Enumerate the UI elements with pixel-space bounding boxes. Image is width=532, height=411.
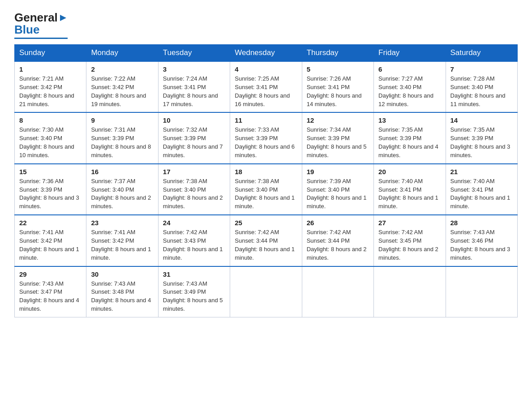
weekday-header-wednesday: Wednesday — [230, 45, 302, 62]
day-number: 8 — [19, 116, 82, 124]
day-info: Sunrise: 7:42 AMSunset: 3:44 PMDaylight:… — [307, 229, 367, 261]
day-cell: 18 Sunrise: 7:38 AMSunset: 3:40 PMDaylig… — [230, 164, 302, 215]
day-number: 29 — [19, 270, 82, 278]
day-info: Sunrise: 7:33 AMSunset: 3:39 PMDaylight:… — [235, 126, 295, 158]
week-row-5: 29 Sunrise: 7:43 AMSunset: 3:47 PMDaylig… — [15, 266, 518, 317]
weekday-header-tuesday: Tuesday — [158, 45, 230, 62]
day-info: Sunrise: 7:22 AMSunset: 3:42 PMDaylight:… — [91, 75, 146, 107]
day-info: Sunrise: 7:31 AMSunset: 3:39 PMDaylight:… — [91, 126, 151, 158]
day-number: 26 — [307, 219, 369, 227]
day-cell: 5 Sunrise: 7:26 AMSunset: 3:41 PMDayligh… — [302, 61, 373, 112]
day-cell: 7 Sunrise: 7:28 AMSunset: 3:40 PMDayligh… — [446, 61, 517, 112]
logo-underline — [14, 38, 68, 39]
weekday-header-friday: Friday — [374, 45, 446, 62]
day-cell: 8 Sunrise: 7:30 AMSunset: 3:40 PMDayligh… — [15, 112, 86, 163]
day-info: Sunrise: 7:32 AMSunset: 3:39 PMDaylight:… — [163, 126, 223, 158]
day-number: 11 — [235, 116, 297, 124]
day-info: Sunrise: 7:26 AMSunset: 3:41 PMDaylight:… — [307, 75, 362, 107]
logo: General Blue — [14, 11, 68, 39]
day-number: 17 — [163, 168, 225, 176]
day-info: Sunrise: 7:41 AMSunset: 3:42 PMDaylight:… — [91, 229, 151, 261]
day-cell: 27 Sunrise: 7:42 AMSunset: 3:45 PMDaylig… — [374, 215, 446, 266]
day-number: 6 — [378, 65, 441, 73]
day-cell: 12 Sunrise: 7:34 AMSunset: 3:39 PMDaylig… — [302, 112, 373, 163]
day-cell — [302, 266, 373, 317]
day-cell: 20 Sunrise: 7:40 AMSunset: 3:41 PMDaylig… — [374, 164, 446, 215]
day-cell: 21 Sunrise: 7:40 AMSunset: 3:41 PMDaylig… — [446, 164, 517, 215]
day-info: Sunrise: 7:43 AMSunset: 3:46 PMDaylight:… — [450, 229, 511, 261]
weekday-header-saturday: Saturday — [446, 45, 517, 62]
day-info: Sunrise: 7:40 AMSunset: 3:41 PMDaylight:… — [450, 178, 511, 210]
day-info: Sunrise: 7:30 AMSunset: 3:40 PMDaylight:… — [19, 126, 74, 158]
day-number: 1 — [19, 65, 82, 73]
day-number: 9 — [91, 116, 153, 124]
day-number: 18 — [235, 168, 297, 176]
day-info: Sunrise: 7:36 AMSunset: 3:39 PMDaylight:… — [19, 178, 79, 210]
day-info: Sunrise: 7:42 AMSunset: 3:44 PMDaylight:… — [235, 229, 295, 261]
day-cell: 10 Sunrise: 7:32 AMSunset: 3:39 PMDaylig… — [158, 112, 230, 163]
day-number: 4 — [235, 65, 297, 73]
day-info: Sunrise: 7:41 AMSunset: 3:42 PMDaylight:… — [19, 229, 79, 261]
day-cell: 31 Sunrise: 7:43 AMSunset: 3:49 PMDaylig… — [158, 266, 230, 317]
day-number: 30 — [91, 270, 153, 278]
day-number: 24 — [163, 219, 225, 227]
page-header: General Blue — [14, 11, 518, 39]
day-info: Sunrise: 7:21 AMSunset: 3:42 PMDaylight:… — [19, 75, 74, 107]
day-cell — [446, 266, 517, 317]
day-info: Sunrise: 7:43 AMSunset: 3:47 PMDaylight:… — [19, 280, 79, 313]
day-number: 28 — [450, 219, 513, 227]
day-cell: 23 Sunrise: 7:41 AMSunset: 3:42 PMDaylig… — [86, 215, 158, 266]
weekday-header-monday: Monday — [86, 45, 158, 62]
day-info: Sunrise: 7:38 AMSunset: 3:40 PMDaylight:… — [235, 178, 295, 210]
day-number: 20 — [378, 168, 441, 176]
day-cell: 24 Sunrise: 7:42 AMSunset: 3:43 PMDaylig… — [158, 215, 230, 266]
day-number: 14 — [450, 116, 513, 124]
day-cell — [374, 266, 446, 317]
svg-marker-0 — [60, 15, 66, 21]
day-info: Sunrise: 7:35 AMSunset: 3:39 PMDaylight:… — [378, 126, 438, 158]
day-cell: 4 Sunrise: 7:25 AMSunset: 3:41 PMDayligh… — [230, 61, 302, 112]
day-cell: 28 Sunrise: 7:43 AMSunset: 3:46 PMDaylig… — [446, 215, 517, 266]
day-cell: 22 Sunrise: 7:41 AMSunset: 3:42 PMDaylig… — [15, 215, 86, 266]
day-info: Sunrise: 7:37 AMSunset: 3:40 PMDaylight:… — [91, 178, 151, 210]
logo-arrow-icon — [59, 13, 68, 22]
day-number: 7 — [450, 65, 513, 73]
day-cell: 29 Sunrise: 7:43 AMSunset: 3:47 PMDaylig… — [15, 266, 86, 317]
day-cell: 2 Sunrise: 7:22 AMSunset: 3:42 PMDayligh… — [86, 61, 158, 112]
weekday-header-row: SundayMondayTuesdayWednesdayThursdayFrid… — [15, 45, 518, 62]
day-cell: 26 Sunrise: 7:42 AMSunset: 3:44 PMDaylig… — [302, 215, 373, 266]
day-cell: 25 Sunrise: 7:42 AMSunset: 3:44 PMDaylig… — [230, 215, 302, 266]
week-row-4: 22 Sunrise: 7:41 AMSunset: 3:42 PMDaylig… — [15, 215, 518, 266]
day-info: Sunrise: 7:43 AMSunset: 3:48 PMDaylight:… — [91, 280, 151, 313]
day-cell: 11 Sunrise: 7:33 AMSunset: 3:39 PMDaylig… — [230, 112, 302, 163]
day-cell: 13 Sunrise: 7:35 AMSunset: 3:39 PMDaylig… — [374, 112, 446, 163]
weekday-header-thursday: Thursday — [302, 45, 373, 62]
week-row-3: 15 Sunrise: 7:36 AMSunset: 3:39 PMDaylig… — [15, 164, 518, 215]
day-cell: 19 Sunrise: 7:39 AMSunset: 3:40 PMDaylig… — [302, 164, 373, 215]
day-number: 2 — [91, 65, 153, 73]
day-number: 12 — [307, 116, 369, 124]
logo-blue-word: Blue — [14, 23, 39, 37]
day-number: 25 — [235, 219, 297, 227]
day-info: Sunrise: 7:27 AMSunset: 3:40 PMDaylight:… — [378, 75, 433, 107]
day-cell: 9 Sunrise: 7:31 AMSunset: 3:39 PMDayligh… — [86, 112, 158, 163]
day-info: Sunrise: 7:35 AMSunset: 3:39 PMDaylight:… — [450, 126, 511, 158]
day-number: 16 — [91, 168, 153, 176]
day-number: 22 — [19, 219, 82, 227]
day-cell — [230, 266, 302, 317]
logo-line2: Blue — [14, 23, 39, 37]
day-cell: 6 Sunrise: 7:27 AMSunset: 3:40 PMDayligh… — [374, 61, 446, 112]
day-number: 3 — [163, 65, 225, 73]
day-cell: 14 Sunrise: 7:35 AMSunset: 3:39 PMDaylig… — [446, 112, 517, 163]
day-info: Sunrise: 7:43 AMSunset: 3:49 PMDaylight:… — [163, 280, 223, 313]
day-cell: 17 Sunrise: 7:38 AMSunset: 3:40 PMDaylig… — [158, 164, 230, 215]
day-number: 13 — [378, 116, 441, 124]
week-row-2: 8 Sunrise: 7:30 AMSunset: 3:40 PMDayligh… — [15, 112, 518, 163]
day-number: 10 — [163, 116, 225, 124]
day-info: Sunrise: 7:42 AMSunset: 3:43 PMDaylight:… — [163, 229, 223, 261]
day-info: Sunrise: 7:28 AMSunset: 3:40 PMDaylight:… — [450, 75, 506, 107]
day-info: Sunrise: 7:24 AMSunset: 3:41 PMDaylight:… — [163, 75, 218, 107]
day-info: Sunrise: 7:34 AMSunset: 3:39 PMDaylight:… — [307, 126, 367, 158]
day-cell: 15 Sunrise: 7:36 AMSunset: 3:39 PMDaylig… — [15, 164, 86, 215]
day-info: Sunrise: 7:40 AMSunset: 3:41 PMDaylight:… — [378, 178, 438, 210]
